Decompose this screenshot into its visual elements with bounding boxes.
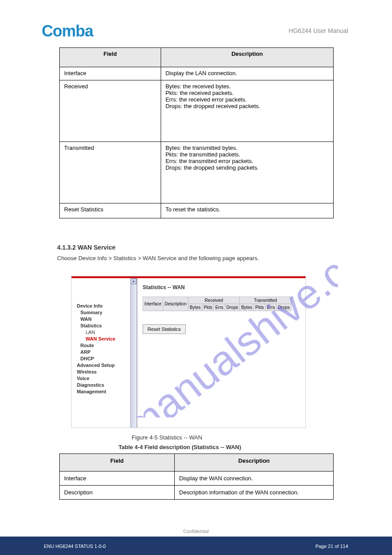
section-heading-wan-service: 4.1.3.2 WAN Service [57, 244, 115, 251]
nav-lan[interactable]: LAN [86, 330, 137, 335]
nav-statistics[interactable]: Statistics [80, 323, 137, 328]
cell-field: Received [60, 80, 161, 142]
stats-lan-desc-table: Field Description Interface Display the … [59, 47, 334, 218]
th-errs: Errs [265, 304, 276, 311]
cell-desc: Display the WAN connection. [175, 472, 334, 486]
nav-dhcp[interactable]: DHCP [80, 356, 137, 361]
nav-device-info[interactable]: Device Info [77, 303, 137, 308]
cell-field: Transmitted [60, 142, 161, 203]
cell-desc: Bytes: the transmitted bytes. Pkts: the … [161, 142, 333, 203]
cell-field: Reset Statistics [60, 203, 161, 218]
nav-sidebar: ▴ Device Info Summary WAN Statistics LAN… [72, 278, 137, 428]
nav-arp[interactable]: ARP [80, 349, 137, 355]
th-interface: Interface [143, 297, 163, 311]
nav-wan-service[interactable]: WAN Service [86, 336, 137, 341]
th-transmitted: Transmitted [240, 297, 291, 304]
screenshot-wan-statistics: ▴ Device Info Summary WAN Statistics LAN… [71, 276, 306, 428]
table2-caption: Table 4-4 Field description (Statistics … [119, 444, 241, 450]
th-drops: Drops [225, 304, 240, 311]
nav-voice[interactable]: Voice [77, 376, 137, 381]
wan-stats-table: Interface Description Received Transmitt… [143, 297, 291, 311]
th-errs: Errs [214, 304, 225, 311]
scroll-up-icon[interactable]: ▴ [130, 278, 137, 284]
nav-wireless[interactable]: Wireless [77, 369, 137, 374]
cell-desc: To reset the statistics. [161, 203, 333, 218]
th-description: Description [163, 297, 188, 311]
th-bytes: Bytes [240, 304, 254, 311]
brand-logo: Comba [42, 22, 93, 40]
scrollbar[interactable]: ▴ [130, 278, 137, 428]
nav-diagnostics[interactable]: Diagnostics [77, 382, 137, 388]
th-bytes: Bytes [188, 304, 202, 311]
nav-management[interactable]: Management [77, 389, 137, 394]
page-footer: ENU HG6244 STATUS 1-0-0 Page 21 of 114 [0, 537, 392, 555]
nav-wan[interactable]: WAN [80, 316, 137, 322]
stats-wan-desc-table: Field Description Interface Display the … [59, 453, 334, 500]
content-heading: Statistics -- WAN [143, 284, 300, 290]
section-body-text: Choose Device Info > Statistics > WAN Se… [57, 255, 338, 261]
cell-desc: Bytes: the received bytes. Pkts: the rec… [161, 80, 333, 142]
th-desc: Description [161, 48, 333, 67]
cell-field: Interface [60, 67, 161, 80]
cell-field: Interface [60, 472, 175, 486]
th-pkts: Pkts [254, 304, 265, 311]
nav-route[interactable]: Route [80, 343, 137, 348]
cell-desc: Display the LAN connection. [161, 67, 333, 80]
nav-summary[interactable]: Summary [80, 310, 137, 315]
figure-caption: Figure 4-5 Statistics -- WAN [132, 434, 202, 441]
footer-page-number: Page 21 of 114 [315, 544, 348, 549]
th-pkts: Pkts [202, 304, 213, 311]
cell-desc: Description information of the WAN conne… [175, 486, 334, 500]
doc-title: HG6244 User Manual [289, 27, 348, 34]
footer-doc-id: ENU HG6244 STATUS 1-0-0 [44, 544, 106, 549]
cell-field: Description [60, 486, 175, 500]
th-field: Field [60, 48, 161, 67]
th-drops: Drops [277, 304, 291, 311]
reset-statistics-button[interactable]: Reset Statistics [143, 324, 186, 334]
confidential-label: Confidential [0, 529, 392, 534]
th-field: Field [60, 454, 175, 472]
nav-advanced-setup[interactable]: Advanced Setup [77, 363, 137, 368]
th-received: Received [188, 297, 240, 304]
th-desc: Description [175, 454, 334, 472]
